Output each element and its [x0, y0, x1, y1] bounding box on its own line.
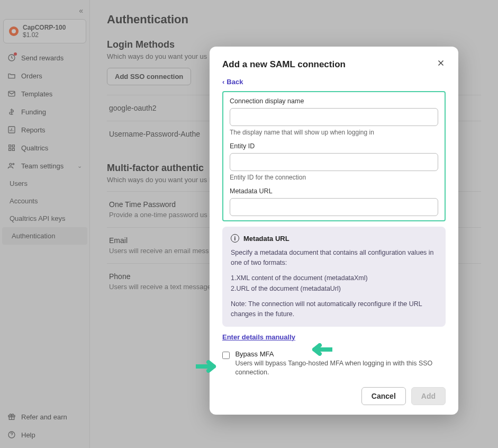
entity-id-help: Entity ID for the connection: [230, 174, 438, 181]
bypass-mfa-checkbox[interactable]: [222, 351, 230, 360]
modal-title: Add a new SAML connection: [222, 59, 346, 70]
cancel-button[interactable]: Cancel: [361, 387, 406, 405]
add-button[interactable]: Add: [411, 387, 446, 405]
display-name-help: The display name that will show up when …: [230, 129, 438, 136]
metadata-url-label: Metadata URL: [230, 187, 438, 195]
annotation-arrow-icon: [308, 343, 332, 356]
info-icon: i: [231, 234, 239, 243]
metadata-url-input[interactable]: [230, 198, 438, 216]
highlighted-fields: Connection display name The display name…: [222, 91, 446, 221]
bypass-desc: Users will bypass Tango-hosted MFA when …: [235, 359, 446, 378]
bypass-mfa-row: Bypass MFA Users will bypass Tango-hoste…: [222, 350, 446, 378]
close-button[interactable]: [436, 58, 446, 70]
entity-id-label: Entity ID: [230, 142, 438, 150]
info-note: Note: The connection will not automatica…: [231, 299, 437, 319]
annotation-arrow-icon: [196, 360, 220, 373]
info-heading-row: i Metadata URL: [231, 234, 437, 243]
metadata-info-panel: i Metadata URL Specify a metadata docume…: [222, 227, 446, 327]
display-name-input[interactable]: [230, 108, 438, 126]
close-icon: [436, 58, 446, 68]
bypass-title: Bypass MFA: [235, 350, 446, 358]
display-name-field: Connection display name The display name…: [230, 97, 438, 136]
info-list-2: 2.URL of the document (metadataUrl): [231, 284, 437, 294]
info-heading: Metadata URL: [243, 235, 289, 243]
info-paragraph: Specify a metadata document that contain…: [231, 248, 437, 268]
info-list-1: 1.XML content of the document (metadataX…: [231, 273, 437, 283]
back-link[interactable]: ‹ Back: [222, 78, 446, 86]
modal-actions: Cancel Add: [222, 387, 446, 405]
entity-id-input[interactable]: [230, 153, 438, 171]
add-saml-modal: Add a new SAML connection ‹ Back Connect…: [210, 47, 458, 415]
modal-header: Add a new SAML connection: [222, 58, 446, 70]
display-name-label: Connection display name: [230, 97, 438, 105]
entity-id-field: Entity ID Entity ID for the connection: [230, 142, 438, 181]
back-label: Back: [227, 78, 243, 86]
bypass-text: Bypass MFA Users will bypass Tango-hoste…: [235, 350, 446, 378]
enter-manually-link[interactable]: Enter details manually: [222, 333, 295, 341]
metadata-url-field: Metadata URL: [230, 187, 438, 216]
chevron-left-icon: ‹: [222, 78, 224, 86]
